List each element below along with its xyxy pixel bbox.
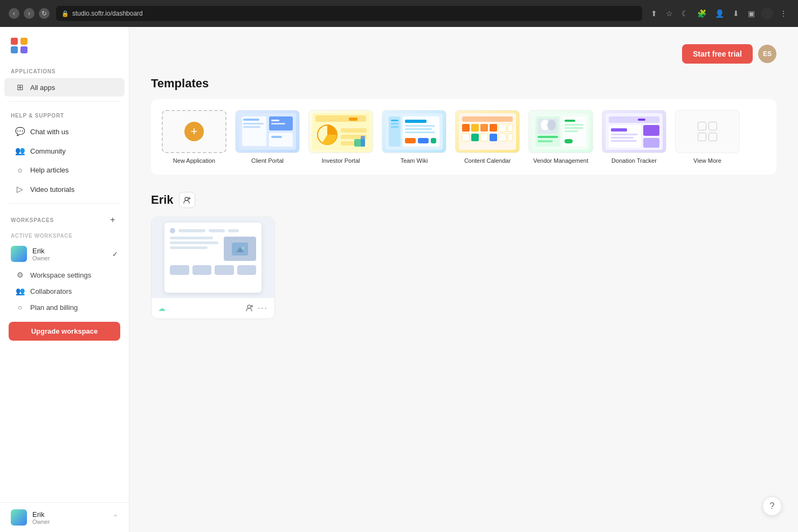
template-donation-tracker[interactable]: Donation Tracker [602,110,666,164]
workspaces-label: WORKSPACES [11,217,54,223]
start-trial-button[interactable]: Start free trial [682,44,753,64]
svg-rect-18 [361,136,365,147]
vm-sq-1 [698,122,706,130]
template-content-calendar[interactable]: Content Calendar [455,110,520,164]
app-invite-icon[interactable] [246,304,253,313]
svg-rect-40 [462,134,470,141]
profile-avatar[interactable] [761,8,773,19]
preview-block-4 [237,265,257,275]
active-workspace-label: ACTIVE WORKSPACE [0,229,129,241]
svg-rect-68 [643,138,659,148]
svg-rect-57 [565,130,578,132]
cloud-save-icon: ☁ [158,304,166,313]
svg-rect-31 [431,138,436,143]
app-container: APPLICATIONS ⊞ All apps HELP & SUPPORT 💬… [0,27,798,532]
svg-rect-61 [638,119,645,121]
upgrade-workspace-button[interactable]: Upgrade workspace [9,322,120,341]
preview-blocks [170,265,256,275]
help-button[interactable]: ? [762,496,782,516]
applications-label: APPLICATIONS [0,62,129,78]
sidebar-item-chat[interactable]: 💬 Chat with us [4,122,125,141]
preview-block-2 [192,265,212,275]
add-workspace-button[interactable]: + [107,215,118,225]
svg-rect-52 [538,140,553,142]
svg-rect-39 [508,124,513,132]
svg-rect-42 [480,134,488,141]
svg-rect-51 [538,136,558,138]
vendor-management-label: Vendor Management [533,157,588,164]
workspace-item[interactable]: Erik Owner ✓ [0,241,129,266]
preview-row-1 [170,228,256,233]
template-view-more[interactable]: View More [675,110,740,164]
invite-button[interactable] [179,192,195,208]
templates-title: Templates [151,77,776,91]
new-app-label: New Application [173,157,215,164]
logo-sq-purple [20,46,27,53]
template-team-wiki[interactable]: Team Wiki [382,110,446,164]
svg-rect-58 [565,139,573,143]
preview-line-1 [178,229,205,232]
footer-info: Erik Owner [32,510,107,525]
footer-avatar [11,509,27,526]
star-icon[interactable]: ☆ [664,8,675,19]
plan-billing-item[interactable]: ○ Plan and billing [0,299,129,315]
all-apps-label: All apps [30,84,55,92]
svg-rect-55 [565,124,583,126]
template-investor-portal[interactable]: Investor Portal [308,110,373,164]
settings-icon: ⚙ [15,271,25,279]
menu-dots-icon[interactable]: ⋮ [778,8,789,19]
logo-icon [11,38,28,53]
vm-sq-2 [708,122,717,130]
download-icon[interactable]: ⬇ [731,8,741,19]
workspace-name: Erik [32,247,107,255]
svg-rect-16 [349,118,357,121]
account-icon[interactable]: 👤 [713,8,726,19]
new-app-button[interactable]: + [162,110,226,153]
svg-rect-37 [490,124,497,132]
template-client-portal[interactable]: Client Portal [235,110,300,164]
sidebar-item-community[interactable]: 👥 Community [4,142,125,160]
workspace-settings-item[interactable]: ⚙ Workspace settings [0,267,129,283]
reload-button[interactable]: ↻ [39,8,50,19]
moon-icon[interactable]: ☾ [679,8,691,19]
preview-block-3 [215,265,234,275]
logo-sq-blue [11,46,18,53]
client-portal-label: Client Portal [251,157,284,164]
new-application-item[interactable]: + New Application [162,110,226,164]
template-vendor-management[interactable]: Vendor Management [528,110,593,164]
logo-sq-red [11,38,18,45]
workspace-role: Owner [32,255,107,261]
svg-rect-43 [490,134,497,141]
preview-text-line-2 [170,241,218,244]
user-avatar-button[interactable]: ES [758,45,776,63]
forward-button[interactable]: › [24,8,35,19]
all-apps-icon: ⊞ [15,82,25,92]
sidebar-item-help-articles[interactable]: ○ Help articles [4,161,125,179]
svg-rect-23 [391,126,398,128]
community-icon: 👥 [15,146,25,156]
workspace-info: Erik Owner [32,247,107,261]
layout-icon[interactable]: ▣ [746,8,757,19]
back-button[interactable]: ‹ [9,8,19,19]
preview-block-1 [170,265,189,275]
browser-chrome: ‹ › ↻ 🔒 studio.softr.io/dashboard ⬆ ☆ ☾ … [0,0,798,27]
workspace-settings-label: Workspace settings [30,271,91,279]
app-card[interactable]: ☁ ··· [151,217,275,319]
app-more-button[interactable]: ··· [258,303,268,313]
share-icon[interactable]: ⬆ [649,8,659,19]
svg-rect-56 [565,127,583,129]
svg-rect-25 [405,120,426,123]
app-card-preview [152,217,274,298]
svg-rect-7 [271,123,285,125]
svg-rect-65 [611,137,634,139]
address-bar[interactable]: 🔒 studio.softr.io/dashboard [56,6,642,21]
logo[interactable] [0,27,129,62]
collaborators-item[interactable]: 👥 Collaborators [0,283,129,299]
puzzle-icon[interactable]: 🧩 [695,8,708,19]
sidebar-item-video-tutorials[interactable]: ▷ Video tutorials [4,180,125,198]
svg-rect-27 [405,128,432,130]
sidebar-divider-2 [9,203,120,204]
team-wiki-thumb [382,110,446,153]
sidebar-footer[interactable]: Erik Owner ⌃ [0,502,129,532]
sidebar-item-all-apps[interactable]: ⊞ All apps [4,78,125,96]
